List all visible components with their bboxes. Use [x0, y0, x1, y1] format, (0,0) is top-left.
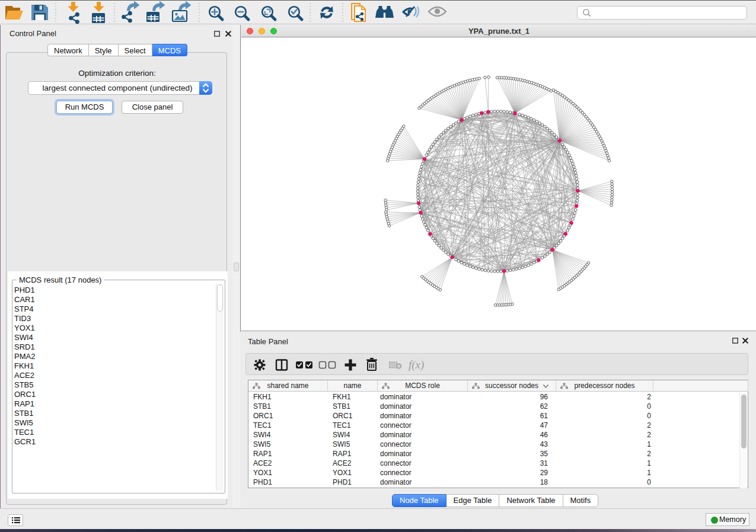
svg-text:f(x): f(x)	[409, 358, 424, 371]
